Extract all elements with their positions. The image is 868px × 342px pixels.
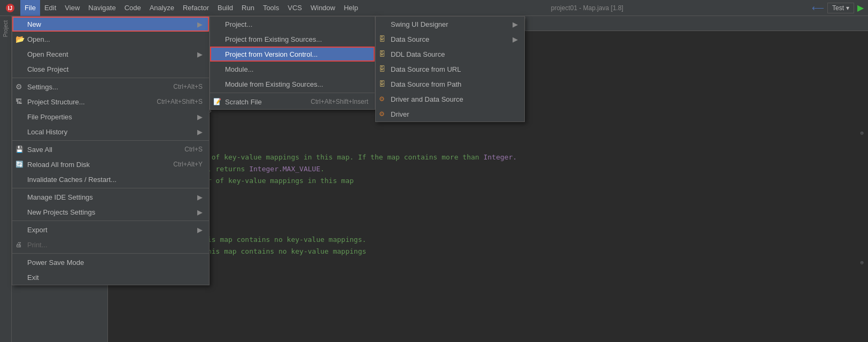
scratch-file-icon: 📝 bbox=[213, 98, 221, 105]
menu-item-data-source-url[interactable]: 🗄 Data Source from URL bbox=[376, 62, 524, 77]
menu-item-exit-label: Exit bbox=[27, 273, 39, 282]
menu-item-save-all[interactable]: 💾 Save All Ctrl+S bbox=[12, 142, 209, 157]
menu-item-project-from-vcs[interactable]: Project from Version Control... bbox=[210, 47, 375, 62]
menu-item-driver-data-source[interactable]: ⚙ Driver and Data Source bbox=[376, 92, 524, 107]
code-line: 140 ⊕ bbox=[108, 130, 868, 141]
path-icon: 🗄 bbox=[379, 80, 385, 88]
menu-item-print[interactable]: 🖨 Print... bbox=[12, 237, 209, 252]
back-button[interactable]: ⟵ bbox=[812, 3, 824, 13]
shortcut-label: Ctrl+Alt+Shift+S bbox=[157, 98, 203, 105]
arrow-right-icon: ▶ bbox=[197, 128, 203, 136]
project-panel-icon[interactable]: Project bbox=[2, 18, 10, 39]
reload-icon: 🔄 bbox=[15, 161, 24, 168]
menu-item-module-label: Module... bbox=[225, 65, 253, 73]
code-line bbox=[108, 212, 868, 224]
menu-item-data-source-path-label: Data Source from Path bbox=[391, 80, 461, 88]
menu-item-local-history[interactable]: Local History ▶ bbox=[12, 124, 209, 139]
menu-item-local-history-label: Local History bbox=[27, 128, 67, 136]
run-configuration[interactable]: Test ▾ bbox=[827, 3, 854, 13]
run-config-label: Test bbox=[832, 4, 844, 12]
side-icon-strip: Project bbox=[0, 16, 12, 342]
menu-item-module[interactable]: Module... bbox=[210, 62, 375, 77]
menu-run[interactable]: Run bbox=[237, 0, 259, 16]
menu-item-invalidate-caches-label: Invalidate Caches / Restart... bbox=[27, 176, 117, 184]
menu-item-settings[interactable]: ⚙ Settings... Ctrl+Alt+S bbox=[12, 79, 209, 94]
code-line: Returns the number of key-value mappings… bbox=[108, 153, 868, 165]
menu-view[interactable]: View bbox=[60, 0, 84, 16]
menu-item-project-structure-label: Project Structure... bbox=[27, 98, 85, 106]
menu-item-file-properties[interactable]: File Properties ▶ bbox=[12, 109, 209, 124]
menu-item-power-save[interactable]: Power Save Mode bbox=[12, 255, 209, 270]
code-line bbox=[108, 224, 868, 235]
settings-icon: ⚙ bbox=[15, 82, 22, 91]
menu-item-project-label: Project... bbox=[225, 20, 252, 28]
menu-item-print-label: Print... bbox=[27, 241, 48, 249]
menu-item-new-projects[interactable]: New Projects Settings ▶ bbox=[12, 204, 209, 219]
menu-window[interactable]: Window bbox=[306, 0, 339, 16]
menu-item-settings-label: Settings... bbox=[27, 83, 58, 91]
driver-only-icon: ⚙ bbox=[379, 110, 385, 118]
print-icon: 🖨 bbox=[15, 241, 22, 248]
folder-icon: 📂 bbox=[15, 35, 25, 43]
menu-item-exit[interactable]: Exit bbox=[12, 270, 209, 285]
menu-item-new-label: New bbox=[27, 20, 41, 28]
menu-item-export[interactable]: Export ▶ bbox=[12, 222, 209, 237]
menu-item-close-project[interactable]: Close Project bbox=[12, 62, 209, 77]
menu-item-project-from-vcs-label: Project from Version Control... bbox=[225, 50, 317, 58]
menu-item-reload[interactable]: 🔄 Reload All from Disk Ctrl+Alt+Y bbox=[12, 157, 209, 172]
new-submenu: Project... Project from Existing Sources… bbox=[210, 16, 375, 110]
run-button[interactable]: ▶ bbox=[857, 3, 864, 13]
arrow-right-icon: ▶ bbox=[197, 113, 203, 121]
menu-divider bbox=[12, 253, 209, 254]
menu-item-driver[interactable]: ⚙ Driver bbox=[376, 107, 524, 121]
menu-item-export-label: Export bbox=[27, 226, 48, 234]
menu-item-invalidate-caches[interactable]: Invalidate Caches / Restart... bbox=[12, 172, 209, 187]
menu-item-manage-ide[interactable]: Manage IDE Settings ▶ bbox=[12, 189, 209, 204]
menu-build[interactable]: Build bbox=[213, 0, 237, 16]
menu-item-project-from-existing[interactable]: Project from Existing Sources... bbox=[210, 32, 375, 47]
menu-divider bbox=[12, 140, 209, 141]
menu-item-swing-ui[interactable]: Swing UI Designer ▶ bbox=[376, 17, 524, 32]
menu-refactor[interactable]: Refactor bbox=[179, 0, 213, 16]
menu-help[interactable]: Help bbox=[339, 0, 362, 16]
menu-vcs[interactable]: VCS bbox=[283, 0, 306, 16]
menu-file[interactable]: File bbox=[20, 0, 40, 16]
menu-item-driver-data-source-label: Driver and Data Source bbox=[391, 95, 463, 103]
menu-divider bbox=[12, 221, 209, 221]
arrow-right-icon: ▶ bbox=[197, 193, 203, 201]
app-logo: IJ bbox=[4, 2, 16, 14]
menu-item-open[interactable]: 📂 Open... bbox=[12, 32, 209, 47]
shortcut-label: Ctrl+Alt+Shift+Insert bbox=[311, 98, 368, 105]
arrow-right-icon: ▶ bbox=[197, 226, 203, 234]
menu-item-file-properties-label: File Properties bbox=[27, 113, 72, 121]
shortcut-label: Ctrl+Alt+S bbox=[173, 83, 203, 90]
menu-item-project-structure[interactable]: 🏗 Project Structure... Ctrl+Alt+Shift+S bbox=[12, 94, 209, 109]
menu-navigate[interactable]: Navigate bbox=[84, 0, 120, 16]
menu-divider bbox=[12, 188, 209, 188]
menu-item-ddl-data-source[interactable]: 🗄 DDL Data Source bbox=[376, 47, 524, 62]
menu-item-swing-ui-label: Swing UI Designer bbox=[391, 20, 448, 28]
code-line: 146 ⊕ bbox=[108, 259, 868, 271]
driver-icon: ⚙ bbox=[379, 95, 385, 103]
menu-item-scratch-file-label: Scratch File bbox=[225, 98, 262, 106]
menu-item-new-projects-label: New Projects Settings bbox=[27, 208, 95, 216]
menu-item-scratch-file[interactable]: 📝 Scratch File Ctrl+Alt+Shift+Insert bbox=[210, 94, 375, 109]
url-icon: 🗄 bbox=[379, 65, 385, 73]
chevron-down-icon: ▾ bbox=[846, 4, 849, 12]
arrow-right-icon: ▶ bbox=[197, 50, 203, 58]
menu-tools[interactable]: Tools bbox=[259, 0, 283, 16]
menu-analyze[interactable]: Analyze bbox=[145, 0, 179, 16]
menu-item-open-recent-label: Open Recent bbox=[27, 50, 68, 58]
menu-item-project[interactable]: Project... bbox=[210, 17, 375, 32]
menu-edit[interactable]: Edit bbox=[40, 0, 60, 16]
menu-item-new[interactable]: New ▶ bbox=[12, 17, 209, 32]
menu-item-manage-ide-label: Manage IDE Settings bbox=[27, 193, 93, 201]
menu-item-open-recent[interactable]: Open Recent ▶ bbox=[12, 47, 209, 62]
arrow-right-icon: ▶ bbox=[197, 20, 203, 28]
arrow-right-icon: ▶ bbox=[513, 35, 518, 43]
menu-code[interactable]: Code bbox=[120, 0, 145, 16]
menu-item-data-source-label: Data Source bbox=[391, 35, 429, 43]
menu-item-data-source-path[interactable]: 🗄 Data Source from Path bbox=[376, 77, 524, 92]
menu-item-data-source[interactable]: 🗄 Data Source ▶ bbox=[376, 32, 524, 47]
menu-item-module-from-existing[interactable]: Module from Existing Sources... bbox=[210, 77, 375, 92]
